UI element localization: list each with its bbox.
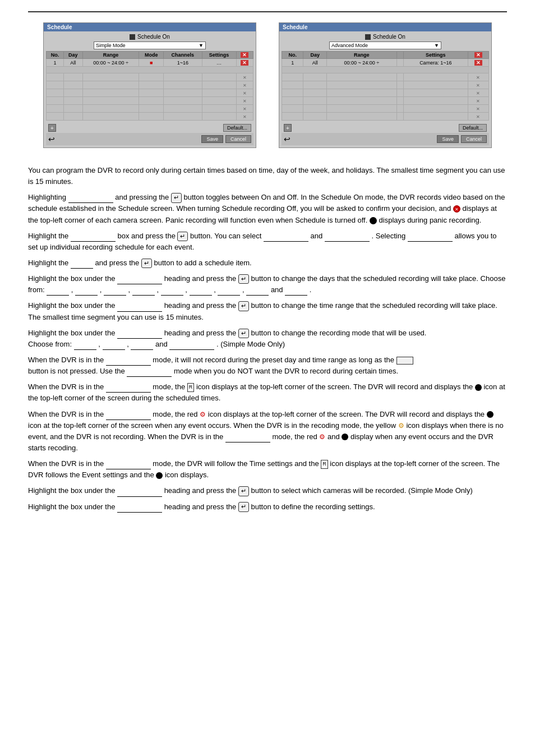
blank-6b [74,343,96,350]
left-add-btn[interactable]: + [48,124,56,132]
cell-range: 00:00 ~ 24:00 ÷ [82,59,139,67]
table-row: ✕ [282,113,489,121]
blank-2d [408,234,453,242]
intro-paragraph: You can program the DVR to record only d… [28,165,507,187]
rcol-settings: Settings [403,52,468,59]
inline-box-7 [396,357,413,365]
rcol-x: ✕ [468,52,488,59]
left-schedule-on-row: Schedule On [46,34,253,40]
blank-12a [117,505,162,513]
rec-icon-9a: ⚙ [200,409,206,420]
blank-2a [71,234,116,242]
blank-4i [246,288,269,296]
top-divider [28,11,507,12]
left-back-icon[interactable]: ↩ [48,135,55,144]
table-row: 1 All 00:00 ~ 24:00 ÷ Camera: 1~16 ✕ [282,59,489,67]
rrow-x-btn[interactable]: ✕ [474,60,482,66]
row-x-btn[interactable]: ✕ [241,60,248,66]
right-back-icon[interactable]: ↩ [284,135,290,144]
panic-icon-2 [370,217,377,224]
para11: Highlight the box under the heading and … [28,485,507,496]
left-schedule-checkbox[interactable] [130,34,135,40]
col-range: Range [82,52,139,59]
para2: Highlight the box and press the ↵ button… [28,231,507,253]
enter-key-12: ↵ [238,502,249,511]
right-x-btn[interactable]: ✕ [474,52,482,58]
right-mode-label: Advanced Mode [331,43,368,48]
left-schedule-label: Schedule On [137,34,170,40]
left-x-btn[interactable]: ✕ [241,52,248,58]
right-add-btn[interactable]: + [284,124,292,132]
left-mode-dropdown-row: Simple Mode ▼ [46,42,253,49]
rcell-x: ✕ [468,59,488,67]
rcol-day: Day [303,52,327,59]
table-row: ✕ [282,97,489,105]
left-mode-dropdown[interactable]: Simple Mode ▼ [94,42,206,49]
col-day: Day [63,52,82,59]
left-dropdown-arrow: ▼ [199,43,204,48]
panic-icon-1: ✕ [453,205,460,213]
blank-5a [117,305,162,312]
rec-icon-10: R [321,460,328,469]
right-dropdown-arrow: ▼ [434,43,439,48]
simple-mode-screen: Schedule Schedule On Simple Mode ▼ No. D… [43,22,256,148]
left-schedule-table: No. Day Range Mode Channels Settings ✕ 1… [46,51,253,121]
table-row: 1 All 00:00 ~ 24:00 ÷ ■ 1~16 … ✕ [47,59,253,67]
rcell-day: All [303,59,327,67]
table-row [47,67,253,73]
blank-6d [131,343,153,350]
para7: When the DVR is in the mode, it will not… [28,354,507,377]
blank-10a [106,462,151,469]
blank-2b [264,234,308,242]
content-section: You can program the DVR to record only d… [28,165,507,513]
enter-key-11: ↵ [238,486,249,496]
left-cancel-btn[interactable]: Cancel [225,135,251,143]
right-mode-dropdown[interactable]: Advanced Mode ▼ [329,42,441,49]
left-action-bar: ↩ Save Cancel [46,133,253,145]
cell-no: 1 [47,59,64,67]
para8: When the DVR is in the mode, the R icon … [28,381,507,404]
blank-4g [190,288,212,296]
blank-4d [104,288,126,296]
enter-key-1: ↵ [171,193,182,202]
para6: Highlight the box under the heading and … [28,328,507,350]
circle-icon-9a [487,411,494,418]
rcol-no: No. [282,52,303,59]
blank-2c [325,234,370,242]
blank-9b [225,435,270,442]
blank-4a [117,277,162,284]
right-schedule-label: Schedule On [373,34,405,40]
table-row: ✕ [47,73,253,81]
rec-icon-9c: ⚙ [319,432,325,442]
right-mode-dropdown-row: Advanced Mode ▼ [282,42,489,49]
para12: Highlight the box under the heading and … [28,501,507,513]
para10: When the DVR is in the mode, the DVR wil… [28,458,507,481]
blank-8a [106,385,151,393]
left-screen-title: Schedule [44,23,256,31]
right-screen-title: Schedule [279,23,491,31]
rec-icon-8: R [187,383,195,392]
table-row [282,67,489,73]
para4: Highlight the box under the heading and … [28,273,507,296]
right-schedule-checkbox[interactable] [365,34,371,40]
table-row: ✕ [282,73,489,81]
blank-4c [75,288,98,296]
right-cancel-btn[interactable]: Cancel [461,135,487,143]
right-action-bar: ↩ Save Cancel [282,133,489,145]
blank-4h [218,288,240,296]
table-row: ✕ [47,97,253,105]
blank-7b [127,370,172,377]
left-default-btn[interactable]: Default... [223,124,251,132]
col-x: ✕ [236,52,253,59]
cell-mode: ■ [139,59,164,67]
enter-key-6: ↵ [238,329,249,338]
para9: When the DVR is in the mode, the red ⚙ i… [28,409,507,454]
col-mode: Mode [139,52,164,59]
enter-key-4: ↵ [238,274,249,284]
circle-icon-9b [342,434,348,440]
blank-4f [161,288,183,296]
left-save-btn[interactable]: Save [201,135,223,143]
table-row: ✕ [282,81,489,89]
right-default-btn[interactable]: Default... [459,124,487,132]
right-save-btn[interactable]: Save [437,135,459,143]
